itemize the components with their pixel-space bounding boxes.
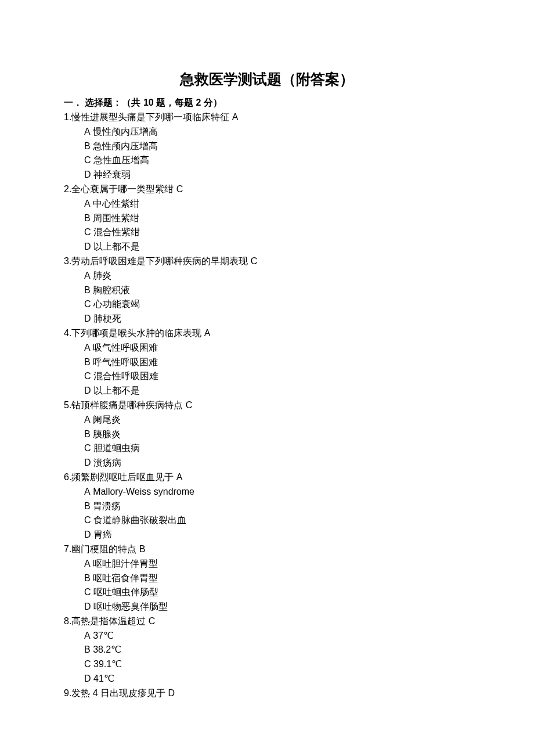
option-text: 41℃ bbox=[93, 674, 114, 683]
question-stem: 5.钻顶样腹痛是哪种疾病特点 C bbox=[64, 398, 470, 413]
option-letter: A bbox=[84, 415, 91, 424]
question-option: A 呕吐胆汁伴胃型 bbox=[64, 557, 470, 571]
option-text: 急性颅内压增高 bbox=[93, 141, 158, 151]
question-option: B 急性颅内压增高 bbox=[64, 139, 470, 154]
option-letter: B bbox=[84, 501, 91, 511]
page: 急救医学测试题（附答案） 一． 选择题：（共 10 题，每题 2 分） 1.慢性… bbox=[0, 0, 534, 756]
option-letter: C bbox=[84, 443, 91, 453]
question-option: A 慢性颅内压增高 bbox=[64, 125, 470, 139]
question-answer: A bbox=[204, 328, 211, 338]
option-letter: D bbox=[84, 242, 91, 251]
option-letter: C bbox=[84, 371, 91, 381]
question-option: B 呕吐宿食伴胃型 bbox=[64, 571, 470, 586]
question-option: C 急性血压增高 bbox=[64, 153, 470, 168]
option-letter: B bbox=[84, 285, 91, 295]
question-option: B 胰腺炎 bbox=[64, 427, 470, 442]
question-answer: C bbox=[176, 184, 183, 194]
option-text: 胆道蛔虫病 bbox=[93, 443, 140, 453]
question-answer: D bbox=[168, 688, 175, 698]
option-text: 心功能衰竭 bbox=[93, 299, 140, 309]
option-text: 呕吐胆汁伴胃型 bbox=[93, 559, 158, 568]
option-text: 37℃ bbox=[93, 631, 114, 640]
question-number: 4 bbox=[64, 328, 69, 338]
question-answer: A bbox=[232, 112, 239, 122]
question-stem: 9.发热 4 日出现皮疹见于 D bbox=[64, 686, 470, 701]
option-letter: D bbox=[84, 170, 91, 179]
option-text: 混合性呼吸困难 bbox=[93, 371, 158, 381]
option-letter: A bbox=[84, 559, 91, 568]
option-letter: C bbox=[84, 659, 91, 669]
question-stem-text: 幽门梗阻的特点 bbox=[71, 544, 136, 554]
question-option: C 胆道蛔虫病 bbox=[64, 441, 470, 456]
option-text: 以上都不是 bbox=[93, 242, 140, 251]
option-text: 阑尾炎 bbox=[93, 415, 121, 424]
question-option: A 中心性紫绀 bbox=[64, 197, 470, 211]
question-stem-text: 频繁剧烈呕吐后呕血见于 bbox=[71, 472, 174, 482]
option-text: 肺炎 bbox=[93, 271, 111, 280]
option-text: 溃疡病 bbox=[93, 458, 121, 467]
option-letter: A bbox=[84, 343, 91, 352]
option-letter: B bbox=[84, 573, 91, 583]
question-option: D 溃疡病 bbox=[64, 456, 470, 470]
question-option: C 混合性呼吸困难 bbox=[64, 369, 470, 384]
question-option: A Mallory-Weiss syndrome bbox=[64, 485, 470, 499]
option-letter: D bbox=[84, 602, 91, 611]
question-option: A 阑尾炎 bbox=[64, 413, 470, 427]
question-stem-text: 下列哪项是喉头水肿的临床表现 bbox=[71, 328, 201, 338]
question-number: 6 bbox=[64, 472, 69, 482]
question-option: D 以上都不是 bbox=[64, 240, 470, 254]
option-text: 神经衰弱 bbox=[93, 170, 131, 179]
question-option: D 以上都不是 bbox=[64, 384, 470, 398]
question-stem: 4.下列哪项是喉头水肿的临床表现 A bbox=[64, 326, 470, 341]
option-text: 胃溃疡 bbox=[93, 501, 121, 511]
question-stem: 3.劳动后呼吸困难是下列哪种疾病的早期表现 C bbox=[64, 254, 470, 269]
question-number: 5 bbox=[64, 400, 69, 410]
option-letter: D bbox=[84, 386, 91, 395]
question-option: C 心功能衰竭 bbox=[64, 297, 470, 312]
option-text: 中心性紫绀 bbox=[93, 199, 139, 208]
option-text: 急性血压增高 bbox=[93, 155, 149, 165]
question-option: D 呕吐物恶臭伴肠型 bbox=[64, 600, 470, 614]
option-text: 食道静脉曲张破裂出血 bbox=[93, 515, 186, 525]
option-text: 胰腺炎 bbox=[93, 429, 121, 439]
section-heading: 一． 选择题：（共 10 题，每题 2 分） bbox=[64, 97, 470, 109]
option-text: 呕吐蛔虫伴肠型 bbox=[93, 587, 158, 597]
option-letter: B bbox=[84, 429, 91, 439]
question-stem-text: 全心衰属于哪一类型紫绀 bbox=[71, 184, 174, 194]
question-answer: C bbox=[251, 256, 258, 266]
question-stem: 8.高热是指体温超过 C bbox=[64, 614, 470, 629]
option-letter: C bbox=[84, 227, 91, 237]
question-option: A 肺炎 bbox=[64, 269, 470, 283]
option-text: 38.2℃ bbox=[93, 645, 121, 654]
option-letter: D bbox=[84, 314, 91, 323]
option-letter: C bbox=[84, 587, 91, 597]
option-text: 肺梗死 bbox=[93, 314, 121, 323]
question-option: D 胃癌 bbox=[64, 528, 470, 542]
question-number: 9 bbox=[64, 688, 69, 698]
option-letter: B bbox=[84, 357, 91, 367]
option-text: 混合性紫绀 bbox=[93, 227, 140, 237]
option-letter: D bbox=[84, 458, 91, 467]
question-option: D 神经衰弱 bbox=[64, 168, 470, 182]
question-answer: C bbox=[186, 400, 193, 410]
page-title: 急救医学测试题（附答案） bbox=[64, 70, 470, 89]
question-option: D 41℃ bbox=[64, 672, 470, 686]
question-stem: 1.慢性进展型头痛是下列哪一项临床特征 A bbox=[64, 110, 470, 125]
option-letter: C bbox=[84, 299, 91, 309]
question-option: A 吸气性呼吸困难 bbox=[64, 341, 470, 355]
question-option: B 38.2℃ bbox=[64, 643, 470, 657]
question-number: 8 bbox=[64, 616, 69, 626]
question-stem-text: 高热是指体温超过 bbox=[71, 616, 146, 626]
question-stem: 7.幽门梗阻的特点 B bbox=[64, 542, 470, 557]
question-option: D 肺梗死 bbox=[64, 312, 470, 326]
option-letter: A bbox=[84, 271, 91, 280]
question-stem-text: 钻顶样腹痛是哪种疾病特点 bbox=[71, 400, 183, 410]
option-text: 周围性紫绀 bbox=[93, 213, 139, 223]
question-answer: B bbox=[139, 544, 146, 554]
option-letter: A bbox=[84, 487, 91, 496]
question-answer: A bbox=[176, 472, 183, 482]
option-letter: B bbox=[84, 645, 91, 654]
question-option: C 食道静脉曲张破裂出血 bbox=[64, 513, 470, 528]
question-option: C 混合性紫绀 bbox=[64, 225, 470, 240]
question-number: 1 bbox=[64, 112, 69, 122]
